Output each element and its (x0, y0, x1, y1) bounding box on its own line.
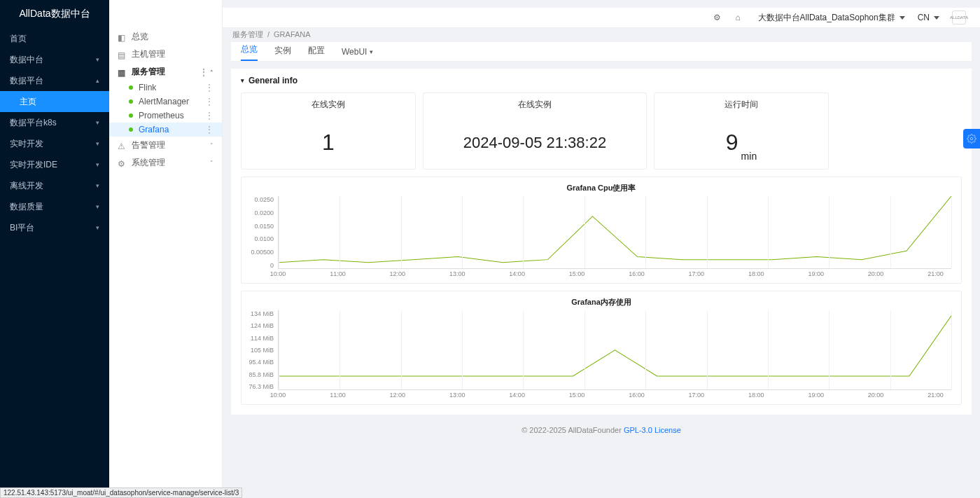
nav-realtime-dev[interactable]: 实时开发▾ (0, 133, 109, 154)
tab-webui[interactable]: WebUI▾ (342, 47, 373, 61)
cluster-selector[interactable]: 大数据中台AllData_DataSophon集群 (758, 12, 905, 24)
nav-bi-platform-label: BI平台 (10, 222, 34, 234)
lang-selector[interactable]: CN (918, 13, 939, 22)
avatar[interactable]: ALLDATA (952, 11, 966, 25)
mid-overview[interactable]: ◧总览 (109, 28, 222, 46)
y-axis: 134 MiB124 MiB114 MiB105 MiB95.4 MiB85.8… (248, 310, 276, 390)
home-icon[interactable]: ⌂ (736, 13, 746, 22)
nav-home-label: 首页 (10, 33, 27, 45)
gear-icon: ⚙ (118, 159, 126, 167)
nav-data-center-label: 数据中台 (10, 54, 43, 66)
svc-grafana-label: Grafana (139, 125, 169, 134)
svc-prometheus-label: Prometheus (139, 111, 184, 120)
chevron-down-icon: ▾ (241, 77, 244, 84)
mid-host-mgmt-label: 主机管理 (132, 48, 165, 60)
nav-home[interactable]: 首页 (0, 28, 109, 49)
nav-data-platform-k8s[interactable]: 数据平台k8s▾ (0, 112, 109, 133)
nav-data-platform[interactable]: 数据平台▴ (0, 70, 109, 91)
nav-offline-dev[interactable]: 离线开发▾ (0, 175, 109, 196)
svc-grafana[interactable]: Grafana⋮ (109, 123, 222, 137)
more-icon[interactable]: ⋮ (205, 97, 214, 106)
cluster-label: 大数据中台AllData_DataSophon集群 (758, 12, 895, 24)
breadcrumb: 服务管理 / GRAFANA (231, 28, 972, 41)
topnav: ⚙ ⌂ 大数据中台AllData_DataSophon集群 CN ALLDATA (223, 8, 980, 28)
nav-data-quality-label: 数据质量 (10, 201, 43, 213)
mid-host-mgmt[interactable]: ▤主机管理 (109, 46, 222, 63)
breadcrumb-current: GRAFANA (274, 30, 311, 39)
plot-area (278, 196, 951, 269)
svc-alertmanager[interactable]: AlertManager⋮ (109, 95, 222, 109)
section-general-info: ▾ General info 在线实例 1 在线实例 2024-09-05 21… (231, 69, 972, 415)
server-icon: ▤ (118, 50, 126, 59)
brand-title: AllData数据中台 (0, 0, 109, 28)
nav-realtime-ide-label: 实时开发IDE (10, 159, 57, 171)
svc-flink-label: Flink (139, 83, 156, 92)
tab-overview[interactable]: 总览 (241, 43, 258, 61)
mid-service-mgmt[interactable]: ▦服务管理⋮ ˄ (109, 63, 222, 81)
chevron-down-icon: ▾ (96, 203, 99, 210)
nav-data-center[interactable]: 数据中台▾ (0, 49, 109, 70)
nav-bi-platform[interactable]: BI平台▾ (0, 217, 109, 238)
float-settings-button[interactable] (963, 129, 980, 148)
tab-webui-label: WebUI (342, 47, 367, 57)
tab-instance[interactable]: 实例 (274, 45, 291, 61)
card-value: 2024-09-05 21:38:22 (424, 116, 646, 169)
sidebar-left: AllData数据中台 首页 数据中台▾ 数据平台▴ 主页 数据平台k8s▾ 实… (0, 0, 109, 498)
nav-data-quality[interactable]: 数据质量▾ (0, 196, 109, 217)
card-title: 在线实例 (241, 93, 415, 116)
bell-icon: ⚠ (118, 141, 126, 150)
chevron-up-icon: ˄ (210, 69, 214, 76)
x-axis: 10:0011:0012:0013:0014:0015:0016:0017:00… (278, 392, 951, 400)
tab-config[interactable]: 配置 (308, 45, 325, 61)
chevron-down-icon: ▾ (96, 119, 99, 126)
more-icon[interactable]: ⋮ (205, 125, 214, 134)
chevron-down-icon: ▾ (96, 140, 99, 147)
settings-icon[interactable]: ⚙ (713, 13, 723, 22)
chart-title: Grafana内存使用 (248, 297, 954, 307)
caret-down-icon (899, 16, 905, 20)
more-icon[interactable]: ⋮ (205, 111, 214, 120)
section-title: General info (248, 76, 298, 85)
more-icon[interactable]: ⋮ (205, 83, 214, 92)
chevron-down-icon: ▾ (96, 224, 99, 231)
svc-flink[interactable]: Flink⋮ (109, 81, 222, 95)
plot-area (278, 310, 951, 390)
nav-data-platform-home-label: 主页 (20, 96, 36, 108)
mid-alert-mgmt[interactable]: ⚠告警管理˅ (109, 137, 222, 154)
chevron-down-icon: ▾ (370, 48, 373, 55)
svc-prometheus[interactable]: Prometheus⋮ (109, 109, 222, 123)
more-icon[interactable]: ⋮ (200, 67, 208, 77)
footer-license-link[interactable]: GPL-3.0 License (624, 426, 681, 434)
mid-system-mgmt[interactable]: ⚙系统管理˅ (109, 154, 222, 172)
section-toggle[interactable]: ▾ General info (241, 76, 962, 85)
card-title: 在线实例 (424, 93, 646, 116)
sidebar-mid: ◧总览 ▤主机管理 ▦服务管理⋮ ˄ Flink⋮ AlertManager⋮ … (109, 0, 223, 498)
dashboard-icon: ◧ (118, 33, 126, 41)
mid-service-mgmt-label: 服务管理 (132, 66, 165, 78)
lang-label: CN (918, 13, 930, 22)
chevron-down-icon: ˅ (210, 142, 214, 149)
card-value: 1 (241, 116, 415, 169)
status-dot-icon (129, 127, 133, 132)
nav-data-platform-k8s-label: 数据平台k8s (10, 117, 57, 129)
nav-offline-dev-label: 离线开发 (10, 180, 43, 192)
mid-alert-mgmt-label: 告警管理 (132, 139, 165, 151)
card-uptime: 运行时间 9min (654, 92, 829, 170)
chevron-up-icon: ▴ (96, 77, 99, 84)
uptime-number: 9 (726, 130, 738, 155)
nav-data-platform-home[interactable]: 主页 (0, 91, 109, 112)
chevron-down-icon: ▾ (96, 182, 99, 189)
y-axis: 0.02500.02000.01500.01000.005000 (248, 196, 276, 269)
status-dot-icon (129, 85, 133, 90)
card-online-instance: 在线实例 1 (241, 92, 416, 170)
breadcrumb-sep: / (267, 30, 270, 39)
breadcrumb-root[interactable]: 服务管理 (232, 29, 263, 40)
card-online-instance-time: 在线实例 2024-09-05 21:38:22 (423, 92, 647, 170)
svc-alertmanager-label: AlertManager (139, 97, 189, 106)
svg-point-0 (970, 137, 973, 140)
status-dot-icon (129, 113, 133, 118)
caret-down-icon (934, 16, 939, 20)
chart-cpu: Grafana Cpu使用率 0.02500.02000.01500.01000… (241, 177, 962, 284)
nav-realtime-ide[interactable]: 实时开发IDE▾ (0, 154, 109, 175)
x-axis: 10:0011:0012:0013:0014:0015:0016:0017:00… (278, 270, 951, 279)
